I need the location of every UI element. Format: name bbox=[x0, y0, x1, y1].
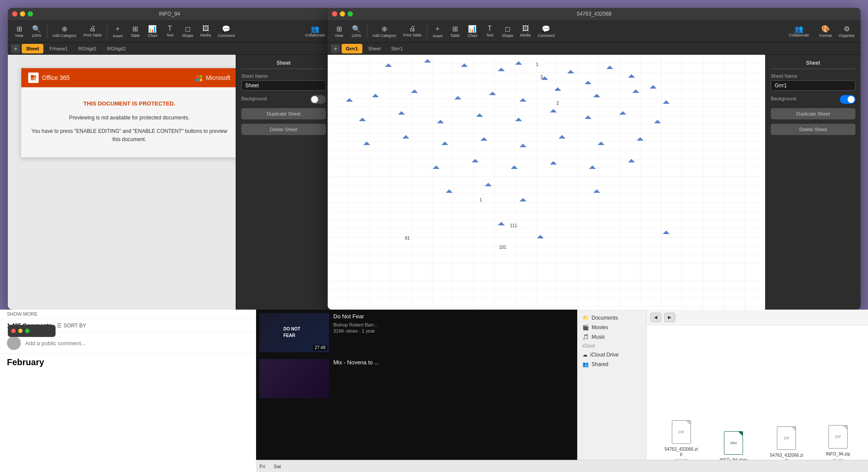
svg-rect-2 bbox=[31, 78, 33, 80]
right-collaborate-btn[interactable]: 👥 Collaborate bbox=[786, 24, 812, 38]
left-insert-btn[interactable]: ＋ Insert bbox=[110, 23, 125, 39]
right-tab-sbrr1[interactable]: Sbrr1 bbox=[387, 44, 407, 53]
right-comment-btn[interactable]: 💬 Comment bbox=[535, 24, 557, 39]
right-table-btn[interactable]: ⊞ Table bbox=[447, 24, 463, 39]
file-item-2[interactable]: xlsx INFO_94.xlsm bbox=[717, 427, 750, 465]
svg-rect-9 bbox=[328, 55, 765, 310]
right-minimize-button[interactable] bbox=[340, 11, 345, 17]
svg-rect-1 bbox=[33, 75, 36, 78]
right-print-table-btn[interactable]: 🖨 Print Table bbox=[401, 24, 424, 38]
left-shape-btn[interactable]: ◻ Shape bbox=[179, 24, 196, 39]
right-background-toggle[interactable] bbox=[840, 95, 855, 104]
finder-sidebar-icloud-drive[interactable]: ☁ iCloud Drive bbox=[577, 350, 646, 360]
mini-fullscreen-button[interactable] bbox=[25, 329, 30, 333]
right-delete-sheet-button[interactable]: Delete Sheet bbox=[771, 124, 855, 135]
right-chart-btn[interactable]: 📊 Chart bbox=[464, 24, 480, 39]
left-window: INFO_94 ⊞ View 🔍 125% ⊕ Add Category 🖨 P… bbox=[8, 8, 331, 310]
left-text-btn[interactable]: T Text bbox=[162, 24, 178, 38]
shared-icon: 👥 bbox=[582, 361, 589, 367]
left-add-category-btn[interactable]: ⊕ Add Category bbox=[50, 24, 79, 39]
file-icon-4: ZIP bbox=[827, 424, 849, 450]
protected-title: THIS DOCUMENT IS PROTECTED. bbox=[30, 100, 229, 107]
left-tab-rghigit2[interactable]: RGhigit2 bbox=[103, 44, 130, 53]
mini-close-button[interactable] bbox=[11, 329, 16, 333]
finder-sidebar-movies[interactable]: 🎬 Movies bbox=[577, 323, 646, 332]
right-shape-btn[interactable]: ◻ Shape bbox=[499, 24, 516, 39]
right-tab-sheet[interactable]: Sheet bbox=[364, 44, 385, 53]
left-comment-btn[interactable]: 💬 Comment bbox=[215, 24, 237, 39]
video-meta-1: 316K views · 1 year bbox=[333, 328, 574, 333]
right-fullscreen-button[interactable] bbox=[348, 11, 353, 17]
left-right-panel: Sheet Sheet Name Background Duplicate Sh… bbox=[236, 55, 331, 310]
right-text-btn[interactable]: T Text bbox=[482, 24, 497, 38]
left-sheet-name-input[interactable] bbox=[241, 80, 326, 91]
finder-back-button[interactable]: ◀ bbox=[650, 313, 661, 322]
right-organize-btn[interactable]: ⚙ Organize bbox=[836, 24, 857, 39]
left-minimize-button[interactable] bbox=[20, 11, 25, 17]
right-format-btn[interactable]: 🎨 Format bbox=[817, 24, 835, 39]
left-duplicate-sheet-button[interactable]: Duplicate Sheet bbox=[241, 108, 326, 119]
right-view-btn[interactable]: ⊞ View bbox=[331, 24, 347, 39]
left-chart-btn[interactable]: 📊 Chart bbox=[145, 24, 160, 39]
mini-window-bar bbox=[8, 325, 56, 337]
right-traffic-lights bbox=[332, 11, 353, 17]
left-delete-sheet-button[interactable]: Delete Sheet bbox=[241, 124, 326, 135]
bottom-bar: Fri Sat bbox=[577, 460, 868, 472]
left-panel-title: Sheet bbox=[241, 60, 326, 69]
left-sheet-name-field: Sheet Name bbox=[241, 73, 326, 91]
file-name-1: 54763_432066.zip bbox=[664, 447, 698, 456]
left-close-button[interactable] bbox=[12, 11, 17, 17]
left-media-btn[interactable]: 🖼 Media bbox=[197, 24, 214, 38]
toolbar-divider-2 bbox=[107, 24, 107, 38]
right-canvas[interactable]: 1 3 2 1 111 61 101 bbox=[328, 55, 765, 310]
svg-rect-0 bbox=[31, 75, 33, 78]
left-toolbar: ⊞ View 🔍 125% ⊕ Add Category 🖨 Print Tab… bbox=[8, 20, 331, 43]
left-background-row: Background bbox=[241, 95, 326, 104]
spreadsheet-grid: 1 3 2 1 111 61 101 bbox=[328, 55, 765, 310]
file-item-4[interactable]: ZIP INFO_94.zip 85 KB bbox=[823, 421, 853, 465]
left-background-toggle[interactable] bbox=[310, 95, 326, 104]
left-tab-rghigit1[interactable]: RGhigit1 bbox=[74, 44, 101, 53]
right-sheet-name-label: Sheet Name bbox=[771, 73, 855, 79]
right-tab-grrr1[interactable]: Grrr1 bbox=[342, 44, 362, 53]
right-panel-title: Sheet bbox=[771, 60, 855, 69]
video-item-2[interactable]: Mix - Novena to ... bbox=[256, 356, 577, 402]
left-print-table-btn[interactable]: 🖨 Print Table bbox=[81, 24, 104, 38]
video-item-1[interactable]: DO NOT FEAR 27:48 Do Not Fear Bishop Rob… bbox=[256, 310, 577, 356]
right-right-panel: Sheet Sheet Name Background Duplicate Sh… bbox=[765, 55, 861, 310]
right-add-sheet-button[interactable]: + bbox=[331, 44, 340, 53]
right-zoom-btn[interactable]: 🔍 125% bbox=[349, 24, 364, 39]
right-background-row: Background bbox=[771, 95, 855, 104]
add-sheet-button[interactable]: + bbox=[11, 44, 20, 53]
svg-text:3: 3 bbox=[540, 75, 543, 79]
finder-file-area: ZIP 54763_432066.zip 103 KB xlsx bbox=[647, 325, 868, 472]
video-channel-1: Bishop Robert Barr... bbox=[333, 322, 574, 327]
right-media-btn[interactable]: 🖼 Media bbox=[517, 24, 533, 38]
right-duplicate-sheet-button[interactable]: Duplicate Sheet bbox=[771, 108, 855, 119]
o365-logo bbox=[28, 73, 39, 83]
video-section: DO NOT FEAR 27:48 Do Not Fear Bishop Rob… bbox=[256, 310, 577, 472]
add-comment-input[interactable] bbox=[25, 340, 249, 347]
file-item-1[interactable]: ZIP 54763_432066.zip 103 KB bbox=[662, 416, 700, 465]
left-table-btn[interactable]: ⊞ Table bbox=[127, 24, 143, 39]
finder-sidebar-documents[interactable]: 📁 Documents bbox=[577, 313, 646, 323]
left-collaborate-btn[interactable]: 👥 Collaborate bbox=[302, 24, 328, 38]
file-item-3[interactable]: ZIP 54763_432066.zip bbox=[766, 422, 806, 465]
left-zoom-btn[interactable]: 🔍 125% bbox=[29, 24, 44, 39]
finder-sidebar-music[interactable]: 🎵 Music bbox=[577, 332, 646, 342]
left-fullscreen-button[interactable] bbox=[28, 11, 33, 17]
sort-by-button[interactable]: ☰ SORT BY bbox=[57, 323, 86, 329]
right-close-button[interactable] bbox=[332, 11, 337, 17]
right-add-category-btn[interactable]: ⊕ Add Category bbox=[370, 24, 399, 39]
left-tab-frhwse1[interactable]: Frhwse1 bbox=[45, 44, 72, 53]
finder-sidebar-shared[interactable]: 👥 Shared bbox=[577, 360, 646, 369]
left-tab-sheet[interactable]: Sheet bbox=[22, 44, 43, 53]
left-view-btn[interactable]: ⊞ View bbox=[11, 24, 27, 39]
right-sheet-name-input[interactable] bbox=[771, 80, 855, 91]
right-insert-btn[interactable]: ＋ Insert bbox=[430, 23, 445, 39]
mini-minimize-button[interactable] bbox=[18, 329, 23, 333]
svg-text:111: 111 bbox=[510, 223, 517, 228]
show-more-link[interactable]: SHOW MORE bbox=[0, 310, 256, 319]
finder-forward-button[interactable]: ▶ bbox=[664, 313, 675, 322]
video-title-1: Do Not Fear bbox=[333, 313, 574, 320]
